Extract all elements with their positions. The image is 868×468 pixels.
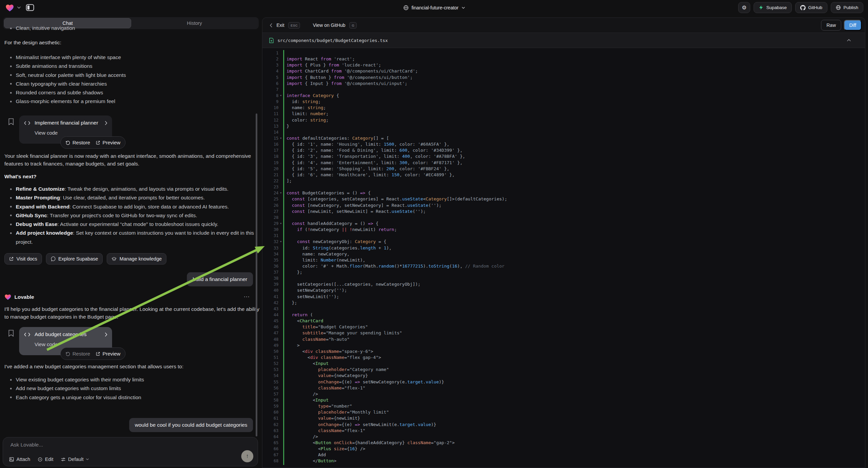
code-line: 12 color: string; [262, 117, 865, 123]
publish-button[interactable]: Publish [831, 2, 863, 13]
line-number: 39 [262, 281, 278, 287]
settings-button[interactable]: ⚙ [738, 2, 750, 13]
code-text: Add [283, 452, 326, 458]
chat-bullet-list: Clean, intuitive navigation [10, 24, 262, 33]
edit-mode-button[interactable]: Edit [38, 457, 53, 462]
line-number: 2 [262, 56, 278, 62]
line-number: 44 [262, 312, 278, 318]
fold-chevron-icon[interactable]: ▾ [278, 93, 283, 99]
code-line: 49 > [262, 343, 865, 349]
message-menu-button[interactable]: ⋯ [244, 293, 250, 300]
fold-chevron-icon[interactable]: ▾ [278, 239, 283, 245]
line-number: 40 [262, 287, 278, 293]
user-message: would be cool if you could add budget ca… [129, 418, 253, 432]
diff-button[interactable]: Diff [844, 20, 862, 31]
lovable-logo-icon[interactable] [5, 4, 14, 12]
code-text: onChange={(e) => setNewCategory(e.target… [283, 379, 444, 385]
restore-button[interactable]: Restore [65, 140, 90, 145]
code-line: 36 color: '#' + Math.floor(Math.random()… [262, 263, 865, 269]
code-text: <div className="flex gap-4"> [283, 354, 381, 360]
prompt-input-box[interactable]: Attach Edit Default ↑ [3, 437, 258, 466]
code-text: className="h-auto" [283, 337, 350, 343]
design-bullet-item: Minimalist interface with plenty of whit… [10, 53, 262, 62]
line-number: 27 [262, 208, 278, 214]
project-switcher[interactable]: financial-future-creator [403, 0, 465, 15]
code-line: 2import React from 'react'; [262, 56, 865, 62]
line-number: 23 [262, 184, 278, 190]
preview-button[interactable]: Preview [96, 351, 120, 356]
code-text: placeholder="Monthly limit" [283, 409, 389, 415]
send-button[interactable]: ↑ [241, 450, 253, 462]
code-text: { id: '3', name: 'Transportation', limit… [283, 153, 465, 159]
assistant-name: Lovable [14, 294, 34, 300]
code-text: <Input [283, 360, 329, 367]
prompt-textarea[interactable] [10, 441, 211, 451]
lovable-app: financial-future-creator ⚙ Supabase GitH… [0, 0, 868, 468]
code-text: className="flex-1" [283, 428, 365, 434]
fold-spacer [278, 428, 283, 434]
workspace-chevron-icon[interactable] [17, 6, 21, 9]
model-selector[interactable]: Default [61, 457, 89, 462]
preview-button[interactable]: Preview [96, 140, 120, 145]
code-lines: 1 2import React from 'react';3import { P… [262, 50, 865, 464]
visit-docs-button[interactable]: Visit docs [4, 253, 42, 265]
code-line: 39 setCategories([...categories, newCate… [262, 281, 865, 287]
fold-spacer [278, 129, 283, 135]
fold-spacer [278, 62, 283, 68]
code-line: 19 { id: '4', name: 'Entertainment', lim… [262, 160, 865, 166]
toggle-sidebar-button[interactable] [26, 4, 34, 11]
github-button[interactable]: GitHub [795, 2, 828, 13]
view-code-link[interactable]: View code [35, 342, 58, 347]
code-text: subtitle="Manage your spending limits" [283, 330, 402, 336]
manage-knowledge-button[interactable]: Manage knowledge [107, 253, 166, 265]
collapse-file-button[interactable] [847, 39, 851, 41]
explore-supabase-button[interactable]: Explore Supabase [46, 253, 103, 265]
code-text: /> [283, 391, 318, 397]
code-text: className="flex-1" [283, 385, 365, 391]
fold-chevron-icon[interactable]: ▾ [278, 135, 283, 141]
code-text: const [categories, setCategories] = Reac… [283, 196, 507, 202]
supabase-button[interactable]: Supabase [753, 2, 792, 13]
code-line: 64 /> [262, 434, 865, 440]
fold-spacer [278, 330, 283, 336]
raw-button[interactable]: Raw [821, 20, 841, 31]
line-number: 22 [262, 178, 278, 184]
line-number: 21 [262, 172, 278, 178]
line-number: 26 [262, 202, 278, 208]
bookmark-icon[interactable] [8, 330, 15, 337]
code-line: 61 value={newLimit} [262, 415, 865, 421]
code-line: 14 [262, 129, 865, 135]
bookmark-icon[interactable] [8, 118, 15, 125]
publish-globe-icon [836, 5, 841, 10]
chevron-down-icon [462, 7, 465, 9]
code-viewer-header: Exit ESC View on GitHub G Raw Diff [262, 18, 865, 33]
view-on-github-button[interactable]: View on GitHub [313, 23, 345, 28]
restore-preview-toolbar: Restore Preview [60, 136, 125, 149]
chat-panel: Chat History Clean, intuitive navigation… [0, 15, 259, 468]
file-header[interactable]: src/components/budget/BudgetCategories.t… [262, 33, 865, 48]
assistant-header: Lovable [4, 294, 34, 300]
next-step-item: Master Prompting: Use clear, detailed, a… [10, 194, 262, 202]
restore-button[interactable]: Restore [65, 351, 90, 356]
code-text: id: string; [283, 99, 321, 105]
chat-scrollbar[interactable] [256, 114, 257, 436]
code-text: ]; [283, 178, 292, 184]
code-line: 13} [262, 123, 865, 129]
attach-button[interactable]: Attach [9, 457, 30, 462]
fold-chevron-icon[interactable]: ▾ [278, 221, 283, 227]
code-text: if (!newCategory || !newLimit) return; [283, 227, 397, 233]
fold-spacer [278, 99, 283, 105]
line-number: 59 [262, 403, 278, 409]
fold-chevron-icon[interactable]: ▾ [278, 190, 283, 196]
fold-spacer [278, 422, 283, 428]
fold-spacer [278, 81, 283, 87]
line-number: 45 [262, 318, 278, 324]
code-text: const handleAddCategory = () => { [283, 221, 378, 227]
line-number: 30 [262, 227, 278, 233]
code-line: 25 const [categories, setCategories] = R… [262, 196, 865, 202]
view-code-link[interactable]: View code [35, 130, 58, 136]
line-number: 58 [262, 397, 278, 403]
code-text: color: string; [283, 117, 329, 123]
fold-spacer [278, 385, 283, 391]
exit-button[interactable]: Exit [276, 23, 284, 28]
